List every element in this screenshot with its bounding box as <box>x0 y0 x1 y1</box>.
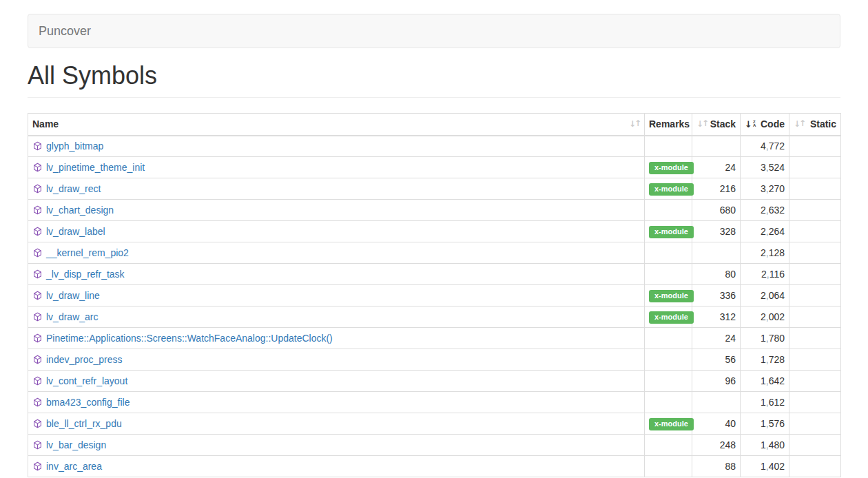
remarks-cell <box>645 371 692 392</box>
remarks-cell <box>645 200 692 221</box>
remarks-cell <box>645 456 692 477</box>
code-cell: 1,402 <box>741 456 789 477</box>
stack-cell: 312 <box>692 306 741 328</box>
static-cell <box>789 136 841 157</box>
code-cell: 2,632 <box>741 200 789 221</box>
static-cell <box>789 306 841 328</box>
page-container: Puncover All Symbols Name↓↑Remarks↓↑Stac… <box>0 14 868 477</box>
column-label: Static <box>810 118 836 129</box>
name-cell: lv_bar_design <box>28 435 645 456</box>
code-cell: 1,612 <box>741 392 789 413</box>
package-icon <box>33 184 42 194</box>
remarks-cell: x-module <box>645 413 692 435</box>
symbol-link[interactable]: lv_pinetime_theme_init <box>46 162 145 173</box>
table-row: lv_cont_refr_layout 96 1,642 <box>28 371 841 392</box>
name-cell: inv_arc_area <box>28 456 645 477</box>
remarks-cell <box>645 349 692 371</box>
code-cell: 3,270 <box>741 178 789 200</box>
column-header-code[interactable]: ↓ZACode <box>741 114 789 136</box>
package-icon <box>33 163 42 172</box>
symbol-link[interactable]: lv_bar_design <box>46 439 106 450</box>
x-module-badge: x-module <box>649 162 694 174</box>
table-row: lv_chart_design 680 2,632 <box>28 200 841 221</box>
remarks-cell: x-module <box>645 178 692 200</box>
name-cell: lv_pinetime_theme_init <box>28 157 645 178</box>
table-row: _lv_disp_refr_task 80 2,116 <box>28 264 841 285</box>
static-cell <box>789 392 841 413</box>
code-cell: 1,576 <box>741 413 789 435</box>
table-row: Pinetime::Applications::Screens::WatchFa… <box>28 328 841 349</box>
name-cell: lv_draw_arc <box>28 306 645 328</box>
symbol-link[interactable]: lv_draw_arc <box>46 311 98 322</box>
symbol-link[interactable]: Pinetime::Applications::Screens::WatchFa… <box>46 333 333 344</box>
column-label: Name <box>32 118 59 129</box>
x-module-badge: x-module <box>649 418 694 430</box>
table-row: indev_proc_press 56 1,728 <box>28 349 841 371</box>
name-cell: Pinetime::Applications::Screens::WatchFa… <box>28 328 645 349</box>
sort-icon: ↓↑ <box>629 120 640 128</box>
symbol-link[interactable]: glyph_bitmap <box>46 141 103 152</box>
stack-cell: 88 <box>692 456 741 477</box>
package-icon <box>33 141 42 151</box>
package-icon <box>33 248 42 258</box>
column-header-remarks: Remarks <box>645 114 692 136</box>
stack-cell <box>692 242 741 264</box>
package-icon <box>33 355 42 364</box>
column-header-stack[interactable]: ↓↑Stack <box>692 114 741 136</box>
divider <box>28 97 840 98</box>
package-icon <box>33 333 42 343</box>
symbol-link[interactable]: lv_draw_rect <box>46 183 101 194</box>
remarks-cell: x-module <box>645 221 692 242</box>
package-icon <box>33 291 42 300</box>
sort-icon: ↓↑ <box>696 120 707 128</box>
symbol-link[interactable]: lv_draw_label <box>46 226 105 237</box>
static-cell <box>789 435 841 456</box>
name-cell: indev_proc_press <box>28 349 645 371</box>
static-cell <box>789 285 841 306</box>
table-row: lv_draw_line x-module 336 2,064 <box>28 285 841 306</box>
symbol-link[interactable]: __kernel_rem_pio2 <box>46 247 129 258</box>
stack-cell: 24 <box>692 157 741 178</box>
stack-cell: 40 <box>692 413 741 435</box>
symbol-link[interactable]: lv_chart_design <box>46 205 114 216</box>
code-cell: 4,772 <box>741 136 789 157</box>
table-row: lv_draw_label x-module 328 2,264 <box>28 221 841 242</box>
symbol-link[interactable]: lv_draw_line <box>46 290 100 301</box>
static-cell <box>789 200 841 221</box>
symbol-link[interactable]: bma423_config_file <box>46 397 130 408</box>
remarks-cell <box>645 136 692 157</box>
symbol-link[interactable]: lv_cont_refr_layout <box>46 375 127 386</box>
stack-cell: 248 <box>692 435 741 456</box>
x-module-badge: x-module <box>649 226 694 238</box>
name-cell: bma423_config_file <box>28 392 645 413</box>
navbar: Puncover <box>28 14 840 48</box>
remarks-cell <box>645 435 692 456</box>
navbar-brand[interactable]: Puncover <box>28 14 101 48</box>
symbol-link[interactable]: ble_ll_ctrl_rx_pdu <box>46 418 122 429</box>
code-cell: 2,064 <box>741 285 789 306</box>
x-module-badge: x-module <box>649 290 694 302</box>
name-cell: lv_draw_label <box>28 221 645 242</box>
code-cell: 1,480 <box>741 435 789 456</box>
stack-cell: 328 <box>692 221 741 242</box>
code-cell: 1,642 <box>741 371 789 392</box>
symbol-link[interactable]: inv_arc_area <box>46 461 102 472</box>
remarks-cell <box>645 264 692 285</box>
table-row: inv_arc_area 88 1,402 <box>28 456 841 477</box>
symbol-link[interactable]: indev_proc_press <box>46 354 123 365</box>
code-cell: 2,002 <box>741 306 789 328</box>
stack-cell: 80 <box>692 264 741 285</box>
symbol-link[interactable]: _lv_disp_refr_task <box>46 269 125 280</box>
column-header-static[interactable]: ↓↑Static <box>789 114 841 136</box>
static-cell <box>789 242 841 264</box>
code-cell: 2,128 <box>741 242 789 264</box>
name-cell: __kernel_rem_pio2 <box>28 242 645 264</box>
table-row: lv_bar_design 248 1,480 <box>28 435 841 456</box>
column-label: Remarks <box>649 118 690 129</box>
name-cell: lv_draw_rect <box>28 178 645 200</box>
name-cell: ble_ll_ctrl_rx_pdu <box>28 413 645 435</box>
code-cell: 3,524 <box>741 157 789 178</box>
column-header-name[interactable]: Name↓↑ <box>28 114 645 136</box>
sort-desc-icon: ↓ZA <box>745 120 756 129</box>
package-icon <box>33 376 42 386</box>
